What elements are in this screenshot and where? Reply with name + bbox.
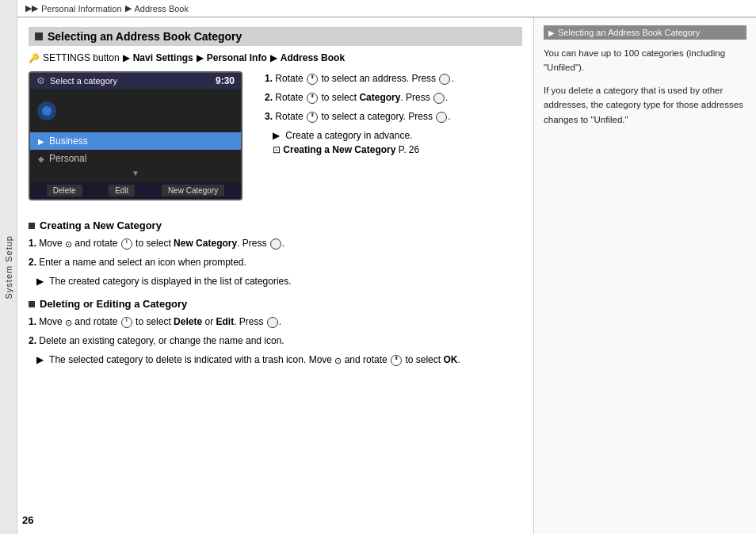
move-icon-2: ⊙	[65, 316, 72, 330]
creating-header-icon	[29, 223, 35, 229]
nav-item1: Navi Settings	[133, 52, 193, 63]
nav-item2: Personal Info	[207, 52, 267, 63]
screen-list-item-personal: ◆ Personal	[30, 150, 241, 167]
deleting-header-icon	[29, 301, 35, 307]
instruction-3: 3. Rotate to select a category. Press .	[265, 109, 454, 124]
sidebar-label: System Setup	[4, 235, 13, 299]
screen-newcategory-btn: New Category	[162, 185, 224, 196]
breadcrumb-arrows: ▶▶	[25, 3, 38, 13]
screen-footer: Delete Edit New Category	[30, 182, 241, 199]
link-icon: ⊡	[273, 144, 281, 155]
nav-arrow3: ▶	[270, 52, 277, 63]
instructions: 1. Rotate to select an address. Press . …	[265, 71, 454, 160]
page-number: 26	[22, 514, 33, 526]
breadcrumb-part2: Address Book	[135, 4, 189, 13]
screen-titlebar: ⚙ Select a category 9:30	[30, 73, 241, 89]
knob-icon-4	[121, 238, 132, 250]
knob-icon-5	[121, 317, 132, 328]
section-header: Selecting an Address Book Category	[29, 27, 522, 46]
main-content: ▶▶ Personal Information ▶ Address Book S…	[17, 0, 756, 534]
sidebar: System Setup	[0, 0, 17, 534]
svg-point-1	[42, 106, 52, 116]
breadcrumb-arrow1: ▶	[125, 3, 132, 13]
deleting-header: Deleting or Editing a Category	[29, 298, 522, 310]
screen-list-item-business: ▶ Business	[30, 132, 241, 150]
move-icon-3: ⊙	[334, 354, 342, 368]
creating-step1: 1. Move ⊙ and rotate to select New Categ…	[29, 236, 522, 250]
delete-bold: Delete	[174, 316, 202, 327]
right-para2: If you delete a category that is used by…	[544, 83, 746, 127]
creating-step2: 2. Enter a name and select an icon when …	[29, 255, 522, 269]
deleting-step2: 2. Delete an existing category, or chang…	[29, 334, 522, 348]
knob-icon-3	[307, 112, 318, 123]
instruction-1: 1. Rotate to select an address. Press .	[265, 71, 454, 86]
creating-link: Creating a New Category	[283, 144, 395, 155]
edit-bold: Edit	[216, 316, 234, 327]
link-ref: ⊡ Creating a New Category P. 26	[273, 144, 419, 155]
gear-icon: ⚙	[36, 75, 45, 86]
left-column: Selecting an Address Book Category 🔑 SET…	[17, 17, 534, 534]
press-icon-3	[436, 112, 447, 123]
right-content: You can have up to 100 categories (inclu…	[544, 46, 746, 127]
nav-item3: Address Book	[281, 52, 345, 63]
screen-edit-btn: Edit	[109, 185, 135, 196]
press-icon-5	[267, 317, 278, 328]
new-category-bold: New Category	[174, 238, 237, 249]
breadcrumb: ▶▶ Personal Information ▶ Address Book	[17, 0, 756, 17]
section-title: Selecting an Address Book Category	[48, 30, 242, 43]
knob-icon-1	[307, 74, 318, 85]
move-icon-1: ⊙	[65, 238, 72, 251]
screen-time: 9:30	[216, 75, 235, 86]
creating-header: Creating a New Category	[29, 219, 522, 231]
map-icon	[35, 95, 59, 127]
content-area: Selecting an Address Book Category 🔑 SET…	[17, 17, 756, 534]
screen-body: ▶ Business ◆ Personal ▼	[30, 89, 241, 182]
arrow-bullet: ▶	[273, 130, 280, 141]
scroll-arrow: ▼	[30, 167, 241, 179]
nav-arrow2: ▶	[197, 52, 204, 63]
ok-bold: OK	[443, 354, 457, 365]
creating-new-category-section: Creating a New Category 1. Move ⊙ and ro…	[29, 219, 522, 288]
instruction-sub: ▶ Create a category in advance. ⊡ Creati…	[273, 128, 454, 157]
screen-title: ⚙ Select a category	[36, 75, 117, 86]
right-column: ▶ Selecting an Address Book Category You…	[534, 17, 756, 534]
category-bold: Category	[359, 92, 400, 103]
screen-mockup: ⚙ Select a category 9:30	[29, 71, 242, 200]
deleting-section: Deleting or Editing a Category 1. Move ⊙…	[29, 298, 522, 367]
press-icon-2	[433, 93, 445, 104]
deleting-step2-sub: ▶ The selected category to delete is ind…	[36, 353, 522, 367]
section-header-icon	[35, 32, 43, 40]
deleting-step1: 1. Move ⊙ and rotate to select Delete or…	[29, 315, 522, 329]
press-icon-1	[439, 74, 450, 85]
breadcrumb-part1: Personal Information	[41, 4, 122, 13]
press-icon-4	[270, 238, 281, 250]
creating-step2-sub: ▶ The created category is displayed in t…	[36, 274, 522, 288]
right-para1: You can have up to 100 categories (inclu…	[544, 46, 746, 75]
nav-path-text: SETTINGS button	[43, 52, 120, 63]
knob-icon-2	[307, 93, 318, 104]
knob-icon-6	[391, 355, 402, 366]
nav-arrow1: ▶	[123, 52, 130, 63]
nav-path: 🔑 SETTINGS button ▶ Navi Settings ▶ Pers…	[29, 52, 522, 63]
right-section-header: ▶ Selecting an Address Book Category	[544, 25, 746, 40]
screen-delete-btn: Delete	[47, 185, 82, 196]
settings-icon: 🔑	[29, 53, 40, 63]
instruction-2: 2. Rotate to select Category. Press .	[265, 90, 454, 105]
